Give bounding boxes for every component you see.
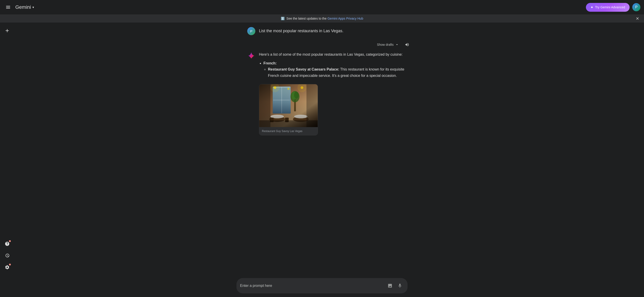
header-left: Gemini ▾ xyxy=(4,3,34,12)
svg-point-21 xyxy=(287,88,290,90)
user-message: P List the most popular restaurants in L… xyxy=(247,27,411,35)
microphone-button[interactable] xyxy=(396,282,404,290)
ai-intro: Here's a list of some of the most popula… xyxy=(259,51,411,58)
speak-button[interactable] xyxy=(403,41,411,49)
notification-bar: ℹ️ See the latest updates to the Gemini … xyxy=(0,15,644,23)
ai-content-row: Here's a list of some of the most popula… xyxy=(247,51,411,137)
restaurant-name: Restaurant Guy Savoy at Caesars Palace: xyxy=(268,67,339,71)
bottom-area xyxy=(0,275,644,297)
svg-rect-25 xyxy=(259,120,318,127)
attach-image-button[interactable] xyxy=(386,282,394,290)
svg-rect-27 xyxy=(306,84,318,127)
logo-area[interactable]: Gemini ▾ xyxy=(15,4,34,10)
svg-point-11 xyxy=(293,117,309,122)
svg-rect-14 xyxy=(270,118,274,122)
header: Gemini ▾ ✦ Try Gemini Advanced P xyxy=(0,0,644,15)
svg-rect-1 xyxy=(6,7,10,8)
category-french: French: Restaurant Guy Savoy at Caesars … xyxy=(264,60,411,79)
category-label: French: xyxy=(264,61,277,65)
user-avatar-initial: P xyxy=(250,29,252,33)
svg-point-19 xyxy=(294,92,298,99)
user-avatar: P xyxy=(247,27,255,35)
chat-area: P List the most popular restaurants in L… xyxy=(14,23,644,275)
svg-point-8 xyxy=(269,117,285,122)
sparkle-icon: ✦ xyxy=(590,5,593,10)
main-layout: P List the most popular restaurants in L… xyxy=(0,23,644,275)
sidebar-bottom xyxy=(2,238,12,273)
svg-rect-0 xyxy=(6,6,10,6)
notification-prefix: See the latest updates to the xyxy=(286,17,326,20)
restaurant-item: Restaurant Guy Savoy at Caesars Palace: … xyxy=(268,66,411,78)
avatar[interactable]: P xyxy=(632,3,640,11)
try-advanced-button[interactable]: ✦ Try Gemini Advanced xyxy=(586,3,630,12)
menu-button[interactable] xyxy=(4,3,12,12)
ai-response-text: Here's a list of some of the most popula… xyxy=(259,51,411,137)
input-wrapper xyxy=(236,278,408,293)
svg-rect-12 xyxy=(298,117,303,119)
gemini-icon xyxy=(247,51,255,60)
french-items-list: Restaurant Guy Savoy at Caesars Palace: … xyxy=(268,66,411,78)
svg-rect-2 xyxy=(6,8,10,9)
ai-response: Show drafts xyxy=(247,41,411,137)
notification-close-button[interactable] xyxy=(634,16,640,22)
svg-point-10 xyxy=(270,115,284,118)
show-drafts-button[interactable]: Show drafts xyxy=(375,41,401,48)
avatar-initial: P xyxy=(635,5,638,9)
privacy-hub-link[interactable]: Gemini Apps Privacy Hub xyxy=(328,17,363,20)
new-chat-button[interactable] xyxy=(2,25,12,36)
prompt-input[interactable] xyxy=(240,284,384,288)
show-drafts-label: Show drafts xyxy=(377,43,394,47)
svg-point-13 xyxy=(294,115,308,118)
info-icon: ℹ️ xyxy=(281,17,284,20)
header-right: ✦ Try Gemini Advanced P xyxy=(586,3,640,12)
image-caption: Restaurant Guy Savoy Las Vegas xyxy=(259,127,318,135)
restaurant-image xyxy=(259,84,318,127)
chat-container: P List the most popular restaurants in L… xyxy=(244,27,415,137)
user-message-text: List the most popular restaurants in Las… xyxy=(259,27,344,34)
activity-button[interactable] xyxy=(2,250,12,261)
svg-rect-15 xyxy=(285,118,289,122)
logo-caret-icon: ▾ xyxy=(32,6,34,9)
svg-rect-9 xyxy=(275,117,280,119)
svg-rect-26 xyxy=(259,84,270,127)
ai-toolbar: Show drafts xyxy=(247,41,411,49)
help-button[interactable] xyxy=(2,238,12,249)
restaurant-image-card[interactable]: www.openta... xyxy=(259,84,318,135)
sidebar xyxy=(0,23,14,275)
ai-categories-list: French: Restaurant Guy Savoy at Caesars … xyxy=(264,60,411,79)
settings-button[interactable] xyxy=(2,262,12,273)
try-advanced-label: Try Gemini Advanced xyxy=(595,6,625,9)
logo-text: Gemini xyxy=(15,4,31,10)
